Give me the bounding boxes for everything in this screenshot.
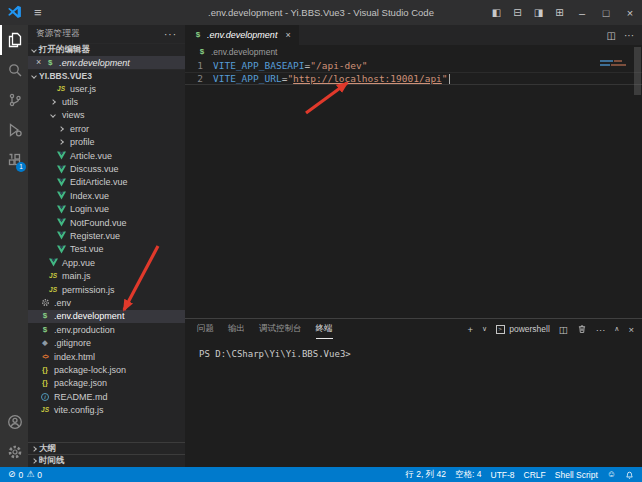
tree-item-index-html[interactable]: <>index.html [28, 350, 185, 363]
panel-tab-output[interactable]: 输出 [228, 320, 245, 338]
chevron-right-icon [48, 100, 58, 104]
breadcrumb-item[interactable]: .env.development [211, 47, 277, 57]
tree-item--env[interactable]: .env [28, 296, 185, 309]
activity-source-control[interactable] [0, 85, 28, 115]
toggle-sidebar-icon[interactable]: ◧ [486, 0, 507, 25]
trash-icon[interactable] [577, 324, 587, 334]
tree-item-views[interactable]: views [28, 109, 185, 122]
toggle-panel-icon[interactable]: ⊟ [507, 0, 528, 25]
customize-layout-icon[interactable]: ⊞ [549, 0, 570, 25]
tree-item--gitignore[interactable]: ◆.gitignore [28, 336, 185, 349]
tree-item-article-vue[interactable]: Article.vue [28, 149, 185, 162]
token-link[interactable]: http://localhost:19001/api [293, 73, 442, 84]
terminal-prompt[interactable]: PS D:\CSharp\Yi\Yi.BBS.Vue3> [199, 349, 351, 359]
section-project[interactable]: YI.BBS.VUE3 [28, 69, 185, 82]
section-open-editors[interactable]: 打开的编辑器 [28, 43, 185, 56]
close-button[interactable]: × [618, 0, 642, 25]
status-eol[interactable]: CRLF [524, 470, 546, 480]
menu-hamburger-icon[interactable]: ≡ [34, 5, 42, 20]
activity-account[interactable] [0, 407, 28, 437]
tree-item--env-development[interactable]: $.env.development [28, 310, 185, 323]
breadcrumb[interactable]: $ .env.development [185, 45, 642, 59]
tree-item-notfound-vue[interactable]: NotFound.vue [28, 216, 185, 229]
tree-item-label: main.js [62, 271, 91, 281]
tree-item-error[interactable]: error [28, 122, 185, 135]
open-editor-item[interactable]: × $ .env.development [28, 56, 185, 69]
feedback-icon[interactable]: ☺ [607, 470, 616, 479]
activity-search[interactable] [0, 55, 28, 85]
chevron-right-icon [31, 446, 37, 452]
status-indentation[interactable]: 空格: 4 [455, 469, 481, 481]
status-encoding[interactable]: UTF-8 [491, 470, 515, 480]
activity-extensions[interactable]: 1 [0, 145, 28, 175]
status-language-mode[interactable]: Shell Script [555, 470, 598, 480]
tree-item-user-js[interactable]: JSuser.js [28, 82, 185, 95]
tree-item-readme-md[interactable]: iREADME.md [28, 390, 185, 403]
panel-tab-debug-console[interactable]: 调试控制台 [259, 320, 302, 338]
close-icon[interactable]: × [36, 58, 41, 67]
more-actions-icon[interactable]: ··· [164, 29, 177, 40]
js-icon: JS [48, 286, 58, 294]
tree-item-label: App.vue [62, 258, 95, 268]
tree-item-test-vue[interactable]: Test.vue [28, 243, 185, 256]
tree-item-utils[interactable]: utils [28, 95, 185, 108]
section-timeline[interactable]: 时间线 [28, 454, 185, 467]
vertical-scrollbar[interactable] [634, 47, 641, 95]
tree-item-editarticle-vue[interactable]: EditArticle.vue [28, 176, 185, 189]
tree-item-label: user.js [70, 84, 96, 94]
tree-item-vite-config-js[interactable]: JSvite.config.js [28, 403, 185, 416]
tree-item-label: package.json [54, 378, 107, 388]
activity-settings[interactable] [0, 437, 28, 467]
code-line-1: 1 VITE_APP_BASEAPI="/api-dev" [185, 59, 642, 72]
tree-item-discuss-vue[interactable]: Discuss.vue [28, 162, 185, 175]
minimap[interactable] [600, 60, 630, 68]
tab-bar: $ .env.development × ◫ ··· [185, 25, 642, 45]
status-bar: ⊘ 0 ⚠ 0 行 2, 列 42 空格: 4 UTF-8 CRLF Shell… [0, 467, 642, 482]
chevron-down-icon[interactable]: ∨ [482, 325, 487, 333]
tree-item--env-production[interactable]: $.env.production [28, 323, 185, 336]
tree-item-login-vue[interactable]: Login.vue [28, 203, 185, 216]
tree-item-profile[interactable]: profile [28, 136, 185, 149]
shell-icon: $ [40, 312, 50, 320]
minimize-button[interactable]: – [570, 0, 594, 25]
token: VITE_APP_BASEAPI [213, 60, 305, 71]
tree-item-package-lock-json[interactable]: {}package-lock.json [28, 363, 185, 376]
tree-item-main-js[interactable]: JSmain.js [28, 269, 185, 282]
tree-item-register-vue[interactable]: Register.vue [28, 229, 185, 242]
tab-env-development[interactable]: $ .env.development × [185, 25, 299, 45]
extensions-badge: 1 [16, 162, 26, 172]
code-editor[interactable]: 1 VITE_APP_BASEAPI="/api-dev" 2 VITE_APP… [185, 59, 642, 85]
files-icon [7, 32, 23, 48]
js-icon: JS [48, 272, 58, 280]
panel-tabs: 问题 输出 调试控制台 终端 [197, 319, 333, 339]
terminal-profile[interactable]: > powershell [496, 324, 550, 334]
toggle-secondary-sidebar-icon[interactable]: ◨ [528, 0, 549, 25]
json-icon: {} [40, 366, 50, 374]
token: VITE_APP_URL [213, 73, 282, 84]
vue-icon [56, 205, 66, 214]
new-terminal-icon[interactable]: + [468, 324, 474, 335]
panel-tab-label: 输出 [228, 323, 245, 333]
status-cursor-position[interactable]: 行 2, 列 42 [405, 469, 446, 481]
close-panel-icon[interactable]: × [628, 324, 634, 335]
more-actions-icon[interactable]: ··· [624, 30, 634, 41]
split-editor-icon[interactable]: ◫ [607, 30, 616, 41]
panel-tab-terminal[interactable]: 终端 [316, 320, 333, 339]
tree-item-package-json[interactable]: {}package.json [28, 377, 185, 390]
split-terminal-icon[interactable]: ◫ [559, 324, 568, 335]
more-actions-icon[interactable]: ··· [596, 324, 606, 335]
panel-tab-problems[interactable]: 问题 [197, 320, 214, 338]
title-bar: ≡ .env.development - Yi.BBS.Vue3 - Visua… [0, 0, 642, 25]
maximize-panel-icon[interactable]: ∧ [614, 325, 619, 333]
tree-item-index-vue[interactable]: Index.vue [28, 189, 185, 202]
tree-item-permission-js[interactable]: JSpermission.js [28, 283, 185, 296]
close-icon[interactable]: × [285, 30, 290, 40]
maximize-button[interactable]: □ [594, 0, 618, 25]
tree-item-app-vue[interactable]: App.vue [28, 256, 185, 269]
status-problems[interactable]: ⊘ 0 ⚠ 0 [8, 470, 42, 480]
tree-item-label: vite.config.js [54, 405, 104, 415]
activity-explorer[interactable] [0, 25, 28, 55]
activity-run-debug[interactable] [0, 115, 28, 145]
notifications-bell-icon[interactable] [625, 470, 634, 480]
vue-icon [48, 258, 58, 267]
